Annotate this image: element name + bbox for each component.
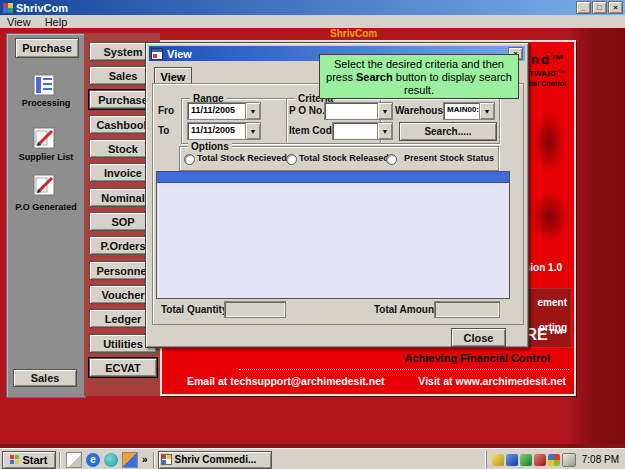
- po-no-value: [325, 103, 377, 119]
- start-button[interactable]: Start: [2, 451, 56, 469]
- from-date-combo[interactable]: 11/11/2005 ▼: [187, 102, 261, 120]
- radio-label-released[interactable]: Total Stock Released: [299, 153, 389, 163]
- radio-label-received[interactable]: Total Stock Recieved: [197, 153, 287, 163]
- total-quantity-field: [224, 301, 286, 318]
- supplier-list-item[interactable]: [33, 127, 55, 153]
- po-generated-item[interactable]: [33, 174, 55, 200]
- from-date-value: 11/11/2005: [188, 103, 245, 119]
- windows-flag-icon: [10, 455, 19, 464]
- radio-label-present[interactable]: Present Stock Status: [404, 153, 494, 163]
- antivirus-icon[interactable]: [520, 454, 532, 466]
- website-link: Visit at www.archimedesit.net: [418, 375, 566, 387]
- chevron-down-icon[interactable]: ▼: [377, 123, 392, 139]
- main-titlebar: ShrivCom _ □ ×: [0, 0, 625, 15]
- item-code-value: [333, 123, 377, 139]
- media-player-icon[interactable]: [122, 452, 138, 468]
- to-date-value: 11/11/2005: [188, 123, 245, 139]
- po-no-combo[interactable]: ▼: [324, 102, 393, 120]
- minimize-icon[interactable]: _: [576, 1, 591, 14]
- warehouse-label: Warehouse: [395, 105, 449, 116]
- screen: ShrivCom _ □ × View Help ShrivCom Purcha…: [0, 0, 625, 469]
- chevron-down-icon[interactable]: ▼: [245, 103, 260, 119]
- show-desktop-icon[interactable]: [66, 452, 82, 468]
- brand-control-text: cial Control: [527, 80, 566, 87]
- support-email: Email at techsupport@archimedesit.net: [187, 375, 385, 387]
- taskbar: Start e » Shriv Commedi... 7:08 PM: [0, 448, 625, 469]
- system-tray: 7:08 PM: [486, 451, 625, 468]
- sales-module-button[interactable]: Sales: [13, 369, 77, 387]
- to-date-combo[interactable]: 11/11/2005 ▼: [187, 122, 261, 140]
- sidebar-item-ecvat[interactable]: ECVAT: [89, 358, 157, 377]
- divider: [153, 452, 155, 468]
- task-icon: [161, 454, 172, 465]
- total-amount-field: [434, 301, 500, 318]
- internet-explorer-icon[interactable]: e: [86, 453, 100, 467]
- quicklaunch-more-icon[interactable]: »: [142, 454, 148, 465]
- logo-smudge: [532, 192, 568, 242]
- supplier-list-label[interactable]: Supplier List: [7, 152, 85, 162]
- close-button[interactable]: Close: [451, 328, 506, 347]
- brand-version-text: sion 1.0: [525, 262, 562, 273]
- from-label: Fro: [158, 105, 174, 116]
- tooltip: Select the desired criteria and then pre…: [319, 54, 519, 99]
- windows-update-icon[interactable]: [548, 454, 560, 466]
- logo-smudge: [534, 112, 564, 172]
- messenger-icon[interactable]: [104, 453, 118, 467]
- dialog-title: View: [167, 48, 192, 60]
- item-code-combo[interactable]: ▼: [332, 122, 393, 140]
- divider: [239, 369, 569, 370]
- dialog-icon: [151, 48, 163, 60]
- warehouse-combo[interactable]: MAIN00: ▼: [443, 102, 495, 120]
- menu-view[interactable]: View: [0, 16, 38, 28]
- processing-label[interactable]: Processing: [7, 98, 85, 108]
- left-panel: Purchase Processing Sup: [6, 33, 86, 398]
- radio-total-stock-received[interactable]: [184, 154, 195, 165]
- total-amount-label: Total Amount: [374, 304, 437, 315]
- processing-item[interactable]: [33, 74, 55, 100]
- start-label: Start: [22, 454, 47, 466]
- edit-icon: [33, 127, 55, 149]
- tooltip-text-post: button to display search result.: [393, 71, 512, 96]
- main-content: ShrivCom Purchase Processing: [0, 28, 625, 448]
- total-quantity-label: Total Quantity: [161, 304, 227, 315]
- to-label: To: [158, 125, 169, 136]
- display-icon[interactable]: [506, 454, 518, 466]
- menu-help[interactable]: Help: [38, 16, 75, 28]
- chevron-down-icon[interactable]: ▼: [479, 103, 494, 119]
- po-generated-label[interactable]: P.O Generated: [7, 202, 85, 212]
- network-icon[interactable]: [534, 454, 546, 466]
- tooltip-text-bold: Search: [356, 71, 393, 83]
- taskbar-clock: 7:08 PM: [582, 454, 619, 465]
- brand-tagline: Achieving Financial Control: [405, 352, 550, 364]
- list-header: [157, 172, 509, 183]
- taskbar-task-shrivcom[interactable]: Shriv Commedi...: [158, 451, 272, 469]
- chevron-down-icon[interactable]: ▼: [245, 123, 260, 139]
- task-label: Shriv Commedi...: [175, 454, 257, 465]
- radio-present-stock-status[interactable]: [386, 154, 397, 165]
- warehouse-value: MAIN00:: [444, 103, 479, 119]
- results-list[interactable]: [156, 171, 510, 299]
- menu-bar: View Help: [0, 15, 625, 29]
- window-title: ShrivCom: [16, 2, 68, 14]
- item-code-label: Item Code: [289, 125, 337, 136]
- volume-icon[interactable]: [492, 454, 504, 466]
- close-icon[interactable]: ×: [608, 1, 623, 14]
- restore-icon[interactable]: □: [592, 1, 607, 14]
- search-button[interactable]: Search.....: [399, 122, 497, 141]
- edit-icon: [33, 174, 55, 196]
- radio-total-stock-released[interactable]: [286, 154, 297, 165]
- view-dialog: View × View Range Fro 11/11/2005 ▼ To 11…: [145, 42, 529, 348]
- chevron-down-icon[interactable]: ▼: [377, 103, 392, 119]
- options-group-label: Options: [188, 141, 232, 152]
- divider: [59, 452, 61, 468]
- purchase-module-button[interactable]: Purchase: [15, 38, 79, 58]
- app-icon: [3, 3, 13, 13]
- brand-management-text: ement: [538, 297, 567, 308]
- list-icon: [33, 74, 55, 96]
- po-no-label: P O No.: [289, 105, 325, 116]
- mdi-child-title: ShrivCom: [330, 28, 377, 39]
- printer-icon[interactable]: [562, 453, 576, 467]
